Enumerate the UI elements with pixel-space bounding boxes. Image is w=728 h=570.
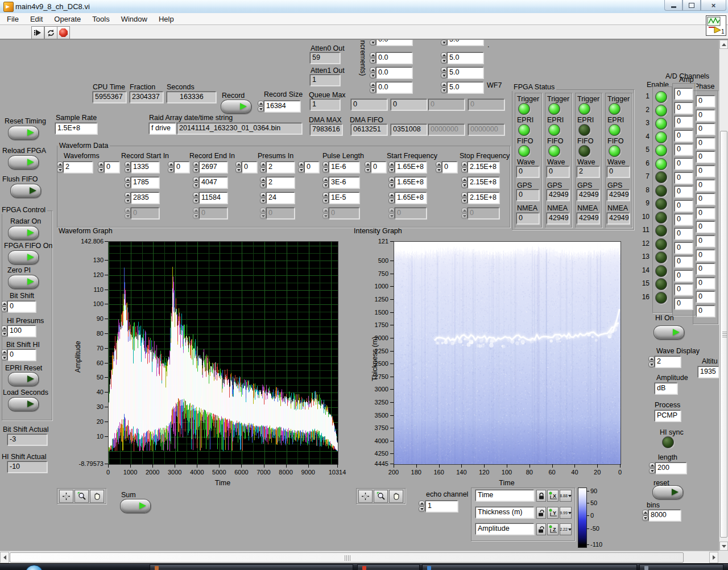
lock-open-icon[interactable]: [536, 523, 546, 535]
record-start-in-spinner-1[interactable]: [125, 177, 131, 188]
phase-field-7[interactable]: 0: [696, 180, 715, 191]
presums-in-spinner-1[interactable]: [260, 177, 266, 188]
axis-name-field-time[interactable]: Time: [475, 490, 534, 501]
altitude-field[interactable]: 1935: [698, 366, 719, 378]
scroll-right-icon[interactable]: [709, 552, 718, 563]
enable-led-4[interactable]: [655, 131, 667, 143]
enable-led-8[interactable]: [655, 185, 667, 197]
phase-field-8[interactable]: 0: [696, 193, 715, 205]
fpga-fifo-on-button[interactable]: [8, 250, 39, 265]
wave-display-field[interactable]: 2: [655, 356, 681, 367]
pulse-length-spinner-1[interactable]: [322, 177, 329, 188]
record-end-in-spinner-0[interactable]: [193, 162, 199, 173]
color-scale-ramp[interactable]: [578, 488, 587, 548]
enable-led-11[interactable]: [655, 225, 667, 237]
start-frequency-spinner-2[interactable]: [388, 192, 395, 204]
stop-frequency-spinner-1[interactable]: [461, 177, 468, 188]
axis-name-field-thickness-m[interactable]: Thickness (m): [475, 507, 534, 518]
taskbar[interactable]: [0, 563, 728, 570]
taskbar-button[interactable]: [357, 564, 420, 570]
bit-shift-hi-field[interactable]: 0: [7, 349, 36, 361]
start-frequency-field-2[interactable]: 1.65E+8: [395, 192, 427, 204]
hi-on-button[interactable]: [653, 325, 684, 340]
stop-frequency-field-0[interactable]: 2.15E+8: [468, 162, 499, 173]
reset-timing-button[interactable]: [8, 126, 39, 140]
start-orb-icon[interactable]: [25, 565, 43, 570]
lock-open-icon[interactable]: [536, 507, 546, 519]
zero-pi-button[interactable]: [8, 275, 39, 289]
restore-button[interactable]: [682, 0, 701, 11]
increments-col2-spinner-0[interactable]: [441, 40, 447, 46]
horizontal-scroll-thumb[interactable]: [10, 552, 684, 563]
pulse-length-spinner-3[interactable]: [322, 208, 329, 219]
record-end-in-spinner-2[interactable]: [193, 192, 199, 204]
increments-col1-field-1[interactable]: 0.0: [376, 52, 412, 64]
record-start-in-field-1[interactable]: 1785: [131, 177, 159, 188]
record-start-in-field-2[interactable]: 2835: [131, 192, 159, 204]
wave-display-spinner[interactable]: [648, 356, 655, 367]
vi-connector-icon[interactable]: 1: [706, 15, 726, 36]
increments-col2-field-3[interactable]: 5.0: [447, 82, 483, 93]
record-end-in-field-2[interactable]: 11584: [199, 192, 228, 204]
pan-tool-icon[interactable]: [90, 490, 104, 503]
echo-channel-field[interactable]: 1: [425, 501, 458, 512]
hi-presums-field[interactable]: 100: [7, 325, 36, 337]
stop-frequency-spinner-2[interactable]: [461, 192, 468, 204]
phase-field-15[interactable]: 0: [696, 291, 715, 303]
run-continuously-button[interactable]: [44, 26, 57, 39]
autoscale-y-icon[interactable]: Y: [547, 507, 559, 519]
pulse-length-field-2[interactable]: 1E-5: [329, 192, 359, 204]
phase-field-12[interactable]: 0: [696, 250, 715, 261]
record-start-in-index-spinner[interactable]: [98, 162, 104, 173]
reload-fpga-button[interactable]: [8, 155, 39, 170]
zoom-tool-icon[interactable]: [75, 490, 89, 503]
bins-field[interactable]: 8000: [648, 510, 681, 521]
raid-drive-field[interactable]: f drive: [149, 123, 176, 134]
menu-tools[interactable]: Tools: [86, 13, 115, 24]
increments-col1-field-3[interactable]: 0.0: [376, 82, 412, 93]
scale-format-icon[interactable]: 8.88: [560, 490, 572, 502]
enable-led-3[interactable]: [655, 118, 667, 130]
record-start-in-spinner-2[interactable]: [125, 192, 131, 204]
amp-field-9[interactable]: 0: [675, 200, 693, 212]
enable-led-9[interactable]: [655, 198, 667, 210]
phase-field-16[interactable]: 0: [696, 305, 715, 317]
sum-button[interactable]: [120, 499, 151, 513]
start-frequency-index-spinner[interactable]: [365, 162, 371, 173]
presums-in-spinner-2[interactable]: [260, 192, 266, 204]
scroll-up-icon[interactable]: [719, 40, 728, 49]
run-button[interactable]: [31, 26, 44, 39]
presums-in-spinner-3[interactable]: [260, 208, 266, 219]
amp-field-15[interactable]: 0: [675, 284, 693, 295]
amp-field-16[interactable]: 0: [675, 298, 693, 309]
amp-field-14[interactable]: 0: [675, 270, 693, 282]
reset-button[interactable]: [652, 485, 683, 499]
amp-field-5[interactable]: 0: [675, 144, 693, 155]
increments-col1-spinner-2[interactable]: [370, 67, 376, 79]
presums-in-field-1[interactable]: 2: [266, 177, 295, 188]
start-frequency-spinner-0[interactable]: [388, 162, 395, 173]
increments-col1-field-0[interactable]: 0.0: [376, 40, 412, 46]
enable-led-16[interactable]: [655, 292, 667, 304]
pan-tool-icon[interactable]: [389, 490, 403, 503]
amp-field-1[interactable]: 0: [675, 88, 693, 100]
phase-field-5[interactable]: 0: [696, 151, 715, 163]
amp-field-12[interactable]: 0: [675, 242, 693, 254]
phase-field-13[interactable]: 0: [696, 263, 715, 275]
start-frequency-spinner-3[interactable]: [388, 208, 395, 219]
amp-field-6[interactable]: 0: [675, 158, 693, 170]
increments-col2-field-2[interactable]: 5.0: [447, 67, 483, 79]
pulse-length-index-field[interactable]: 0: [304, 162, 319, 173]
record-start-in-spinner-0[interactable]: [125, 162, 131, 173]
waveforms-field[interactable]: 2: [63, 162, 93, 173]
pulse-length-index-spinner[interactable]: [298, 162, 304, 173]
horizontal-scrollbar[interactable]: [0, 551, 719, 563]
process-field[interactable]: PCMP: [655, 410, 681, 422]
pulse-length-spinner-2[interactable]: [322, 192, 329, 204]
enable-led-7[interactable]: [655, 171, 667, 183]
load-seconds-button[interactable]: [8, 397, 39, 411]
bit-shift-spinner[interactable]: [1, 301, 7, 312]
length-spinner[interactable]: [649, 462, 655, 474]
increments-col2-field-1[interactable]: 5.0: [447, 52, 483, 64]
phase-field-4[interactable]: 0: [696, 138, 715, 149]
